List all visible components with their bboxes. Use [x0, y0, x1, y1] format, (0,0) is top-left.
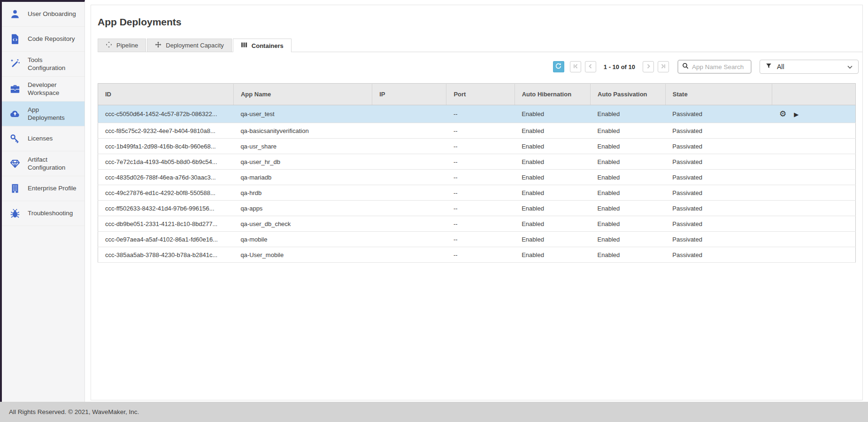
cell-auto-passivation: Enabled	[591, 232, 666, 247]
cell-ip	[372, 247, 446, 263]
table-row[interactable]: ccc-385aa5ab-3788-4230-b78a-b2841c...qa-…	[98, 247, 856, 263]
cell-actions	[772, 247, 856, 263]
table-row[interactable]: ccc-0e97aea4-a5af-4102-86a1-fd60e16...qa…	[98, 232, 856, 247]
cell-auto-hibernation: Enabled	[515, 232, 590, 247]
cell-id: ccc-0e97aea4-a5af-4102-86a1-fd60e16...	[98, 232, 234, 247]
tab-containers[interactable]: Containers	[233, 39, 292, 52]
page: User Onboarding Code Repository Tools Co…	[0, 0, 868, 422]
sidebar-item-app-deployments[interactable]: App Deployments	[2, 102, 84, 126]
containers-table-wrap: IDApp NameIPPortAuto HibernationAuto Pas…	[98, 83, 856, 263]
cell-state: Passivated	[665, 247, 772, 263]
cell-ip	[372, 154, 446, 170]
cell-app-name: qa-user_hr_db	[233, 154, 372, 170]
table-body: ccc-c5050d64-1452-4c57-872b-086322...qa-…	[98, 105, 856, 263]
sidebar-item-artifact-configuration[interactable]: Artifact Configuration	[2, 151, 84, 176]
column-header: App Name	[233, 84, 372, 105]
sidebar: User Onboarding Code Repository Tools Co…	[0, 0, 85, 402]
building-icon	[8, 182, 22, 195]
sidebar-item-label: Troubleshooting	[28, 209, 77, 217]
column-header: Auto Passivation	[591, 84, 666, 105]
cell-port: --	[446, 154, 515, 170]
next-page-icon	[645, 63, 651, 70]
last-page-button[interactable]	[658, 61, 669, 72]
tab-deployment-capacity[interactable]: Deployment Capacity	[147, 39, 232, 52]
table-row[interactable]: ccc-7e72c1da-4193-4b05-b8d0-6b9c54...qa-…	[98, 154, 856, 170]
columns-icon	[241, 42, 247, 49]
app-name-search	[677, 60, 752, 74]
cell-port: --	[446, 139, 515, 154]
prev-page-icon	[588, 63, 593, 70]
page-title: App Deployments	[98, 16, 862, 28]
cell-auto-passivation: Enabled	[591, 139, 666, 154]
sidebar-item-user-onboarding[interactable]: User Onboarding	[2, 2, 84, 27]
column-header: Auto Hibernation	[515, 84, 590, 105]
cell-id: ccc-db9be051-2331-4121-8c10-8bd277...	[98, 216, 234, 232]
tab-label: Containers	[252, 42, 284, 49]
sidebar-item-developer-workspace[interactable]: Developer Workspace	[2, 77, 84, 102]
state-filter-dropdown[interactable]: All	[760, 60, 859, 74]
refresh-button[interactable]	[553, 61, 564, 72]
table-row[interactable]: ccc-ff502633-8432-41d4-97b6-996156...qa-…	[98, 201, 856, 216]
table-row[interactable]: ccc-db9be051-2331-4121-8c10-8bd277...qa-…	[98, 216, 856, 232]
cell-app-name: qa-apps	[233, 201, 372, 216]
containers-table: IDApp NameIPPortAuto HibernationAuto Pas…	[98, 83, 856, 263]
sidebar-item-enterprise-profile[interactable]: Enterprise Profile	[2, 176, 84, 201]
cell-actions	[772, 154, 856, 170]
cell-auto-hibernation: Enabled	[515, 154, 590, 170]
cell-auto-hibernation: Enabled	[515, 216, 590, 232]
cell-auto-hibernation: Enabled	[515, 170, 590, 185]
user-icon	[8, 8, 22, 20]
cell-id: ccc-49c27876-ed1c-4292-b0f8-550588...	[98, 185, 234, 201]
sidebar-item-label: Artifact Configuration	[28, 156, 77, 172]
table-row[interactable]: ccc-c5050d64-1452-4c57-872b-086322...qa-…	[98, 105, 856, 123]
cell-auto-hibernation: Enabled	[515, 247, 590, 263]
first-page-button[interactable]	[570, 61, 581, 72]
table-row[interactable]: ccc-f85c75c2-9232-4ee7-b404-9810a8...qa-…	[98, 123, 856, 139]
search-input[interactable]	[692, 63, 747, 70]
cell-ip	[372, 185, 446, 201]
cell-auto-passivation: Enabled	[591, 154, 666, 170]
table-row[interactable]: ccc-49c27876-ed1c-4292-b0f8-550588...qa-…	[98, 185, 856, 201]
key-icon	[8, 133, 22, 145]
sidebar-item-troubleshooting[interactable]: Troubleshooting	[2, 201, 84, 226]
cell-actions	[772, 216, 856, 232]
sidebar-item-licenses[interactable]: Licenses	[2, 126, 84, 151]
cell-app-name: qa-user_test	[233, 105, 372, 123]
cell-port: --	[446, 105, 515, 123]
table-row[interactable]: ccc-4835d026-788f-46ea-a76d-30aac3...qa-…	[98, 170, 856, 185]
table-row[interactable]: ccc-1b499fa1-2d98-416b-8c4b-960e68...qa-…	[98, 139, 856, 154]
cell-auto-hibernation: Enabled	[515, 201, 590, 216]
cell-port: --	[446, 232, 515, 247]
cell-actions	[772, 123, 856, 139]
cell-state: Passivated	[665, 185, 772, 201]
cell-actions	[772, 232, 856, 247]
cloud-upload-icon	[8, 108, 22, 120]
prev-page-button[interactable]	[585, 61, 596, 72]
sidebar-item-tools-configuration[interactable]: Tools Configuration	[2, 52, 84, 77]
cell-port: --	[446, 247, 515, 263]
copyright-text: All Rights Reserved. © 2021, WaveMaker, …	[9, 408, 139, 415]
cell-ip	[372, 139, 446, 154]
cell-app-name: qa-usr_share	[233, 139, 372, 154]
column-header: IP	[372, 84, 446, 105]
cell-port: --	[446, 185, 515, 201]
cell-state: Passivated	[665, 232, 772, 247]
cell-app-name: qa-basicsanityverification	[233, 123, 372, 139]
sidebar-item-code-repository[interactable]: Code Repository	[2, 27, 84, 52]
cell-app-name: qa-User_mobile	[233, 247, 372, 263]
footer: All Rights Reserved. © 2021, WaveMaker, …	[0, 402, 868, 422]
cell-state: Passivated	[665, 139, 772, 154]
cell-auto-passivation: Enabled	[591, 201, 666, 216]
tab-pipeline[interactable]: Pipeline	[98, 39, 146, 52]
cell-ip	[372, 232, 446, 247]
cell-port: --	[446, 216, 515, 232]
cell-id: ccc-f85c75c2-9232-4ee7-b404-9810a8...	[98, 123, 234, 139]
play-icon[interactable]: ▶	[794, 111, 799, 118]
cell-id: ccc-c5050d64-1452-4c57-872b-086322...	[98, 105, 234, 123]
cell-id: ccc-4835d026-788f-46ea-a76d-30aac3...	[98, 170, 234, 185]
cell-port: --	[446, 170, 515, 185]
settings-gear-icon[interactable]: ⚙	[779, 109, 786, 118]
next-page-button[interactable]	[643, 61, 654, 72]
cell-state: Passivated	[665, 123, 772, 139]
pagination-range: 1 - 10 of 10	[604, 63, 635, 70]
